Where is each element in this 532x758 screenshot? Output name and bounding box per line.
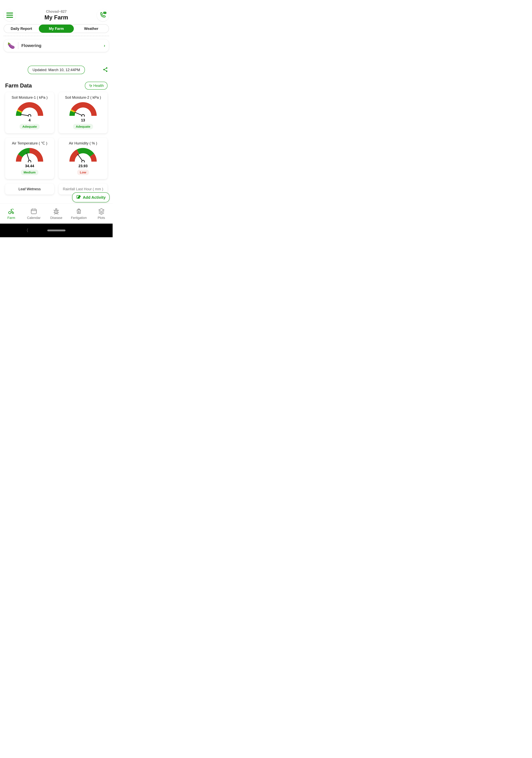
gauge-title: Air Humidity ( % ) xyxy=(60,141,106,145)
gauge-card[interactable]: Soil Moisture-2 ( kPa ) 13 Adequate xyxy=(59,92,108,133)
back-icon[interactable]: 〈 xyxy=(24,227,28,233)
svg-point-15 xyxy=(82,160,84,162)
gauge-status: Medium xyxy=(21,170,38,175)
share-icon xyxy=(103,67,108,72)
svg-point-18 xyxy=(12,212,14,214)
gauge-value: 23.93 xyxy=(60,164,106,168)
header: Chovad~827 My Farm xyxy=(0,0,113,23)
health-label: Health xyxy=(93,84,104,88)
gauge-card[interactable]: Soil Moisture-1 ( kPa ) 4 Adequate xyxy=(5,92,54,133)
nav-label: Calendar xyxy=(27,216,41,220)
chevron-right-icon: › xyxy=(104,43,105,48)
bottom-nav: Farm Calendar Disease Fertigation Plots xyxy=(0,204,113,224)
gauge-title: Soil Moisture-1 ( kPa ) xyxy=(7,95,52,100)
nav-farm[interactable]: Farm xyxy=(0,204,22,224)
svg-point-7 xyxy=(91,85,92,86)
farm-data-grid: Soil Moisture-1 ( kPa ) 4 Adequate Soil … xyxy=(0,92,113,179)
gauge-chart xyxy=(15,101,44,117)
gauge-card[interactable]: Air Humidity ( % ) 23.93 Low xyxy=(59,138,108,179)
phone-chat-icon xyxy=(99,12,106,18)
separator xyxy=(18,42,18,49)
home-pill[interactable] xyxy=(47,229,65,231)
nav-disease[interactable]: Disease xyxy=(45,204,68,224)
svg-point-13 xyxy=(28,160,31,162)
divider xyxy=(4,36,109,36)
stage-label: Flowering xyxy=(21,43,104,48)
eggplant-icon: 🍆 xyxy=(8,42,15,49)
gauge-value: 34.44 xyxy=(7,164,52,168)
card-leaf-wetness[interactable]: Leaf Wetness xyxy=(5,184,54,194)
section-title: Farm Data xyxy=(5,83,32,89)
health-button[interactable]: Health xyxy=(85,82,108,89)
add-activity-button[interactable]: Add Activity xyxy=(72,192,110,202)
tab-daily-report[interactable]: Daily Report xyxy=(4,24,39,33)
crop-stage-card[interactable]: 🍆 Flowering › xyxy=(4,39,109,52)
svg-point-6 xyxy=(106,71,108,72)
view-tabs: Daily Report My Farm Weather xyxy=(4,24,109,33)
gauge-status: Low xyxy=(77,170,89,175)
gauge-chart xyxy=(69,147,97,162)
gauge-status: Adequate xyxy=(19,124,40,129)
layers-icon xyxy=(98,208,105,215)
gauge-chart xyxy=(15,147,44,162)
gauge-title: Soil Moisture-2 ( kPa ) xyxy=(60,95,106,100)
nav-label: Disease xyxy=(50,216,62,220)
hamburger-icon xyxy=(6,15,13,16)
tractor-icon xyxy=(8,208,15,215)
svg-point-5 xyxy=(103,69,105,70)
bug-icon xyxy=(53,208,60,215)
svg-point-3 xyxy=(105,13,106,13)
gauge-value: 4 xyxy=(7,118,52,122)
fertigation-icon xyxy=(75,208,82,215)
nav-calendar[interactable]: Calendar xyxy=(22,204,45,224)
gauge-chart xyxy=(69,101,97,117)
svg-point-9 xyxy=(28,115,31,117)
svg-point-11 xyxy=(82,115,84,117)
gauge-title: Air Temperature ( ℃ ) xyxy=(7,141,52,145)
nav-plots[interactable]: Plots xyxy=(90,204,113,224)
stethoscope-icon xyxy=(88,84,92,87)
tab-weather[interactable]: Weather xyxy=(74,24,109,33)
nav-label: Plots xyxy=(98,216,105,220)
edit-icon xyxy=(76,195,81,200)
gauge-value: 13 xyxy=(60,118,106,122)
last-updated-pill: Updated: March 10, 12:44PM xyxy=(28,66,85,74)
gauge-card[interactable]: Air Temperature ( ℃ ) 34.44 Medium xyxy=(5,138,54,179)
share-button[interactable] xyxy=(103,67,108,73)
add-activity-label: Add Activity xyxy=(83,195,106,200)
svg-point-17 xyxy=(9,211,11,214)
gauge-status: Adequate xyxy=(73,124,93,129)
calendar-icon xyxy=(30,208,37,215)
android-system-bar: 〈 xyxy=(0,224,113,237)
nav-label: Farm xyxy=(8,216,15,220)
nav-fertigation[interactable]: Fertigation xyxy=(68,204,90,224)
farm-code: Chovad~827 xyxy=(16,10,97,14)
svg-point-4 xyxy=(106,67,108,69)
menu-button[interactable] xyxy=(4,9,16,21)
nav-label: Fertigation xyxy=(71,216,87,220)
support-call-button[interactable] xyxy=(97,9,109,21)
svg-rect-19 xyxy=(31,209,37,214)
tab-my-farm[interactable]: My Farm xyxy=(39,24,74,33)
page-title: My Farm xyxy=(16,14,97,21)
